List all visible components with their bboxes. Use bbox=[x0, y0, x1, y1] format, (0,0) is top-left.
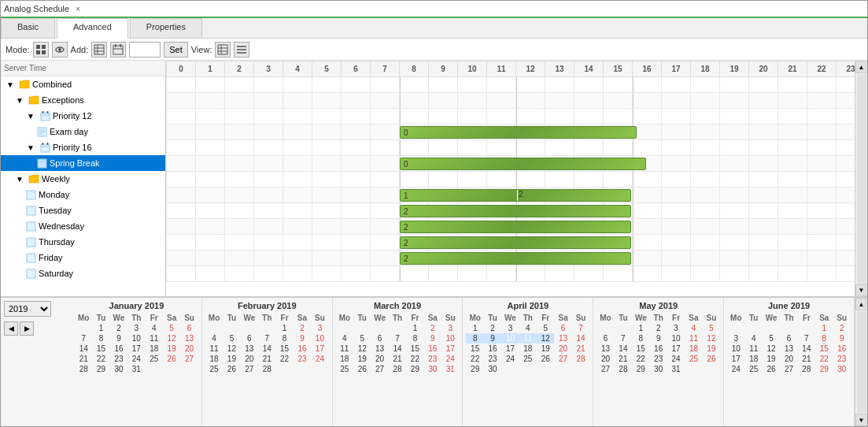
grid-cell-thursday-19[interactable] bbox=[720, 235, 749, 251]
grid-cell-priority12-15[interactable] bbox=[604, 109, 633, 124]
grid-cell-tuesday-8[interactable]: 2 bbox=[400, 203, 429, 219]
grid-cell-weekly-1[interactable] bbox=[196, 172, 225, 188]
grid-cell-saturday-0[interactable] bbox=[167, 266, 196, 282]
grid-cell-friday-6[interactable] bbox=[342, 251, 371, 266]
grid-cell-combined-16[interactable] bbox=[633, 77, 662, 93]
cal-day[interactable]: 17 bbox=[127, 343, 145, 354]
grid-cell-priority12-3[interactable] bbox=[254, 109, 283, 124]
add-calendar-icon[interactable] bbox=[110, 42, 126, 58]
grid-cell-wednesday-0[interactable] bbox=[167, 219, 196, 235]
grid-cell-springbreak-8[interactable]: 0 bbox=[400, 156, 429, 172]
grid-cell-examday-0[interactable] bbox=[167, 124, 196, 140]
cal-day[interactable]: 20 bbox=[371, 354, 388, 364]
prev-month-button[interactable]: ◀ bbox=[4, 321, 18, 336]
grid-cell-exceptions-7[interactable] bbox=[371, 93, 400, 109]
cal-day[interactable]: 12 bbox=[353, 343, 371, 354]
cal-day[interactable]: 14 bbox=[389, 343, 406, 354]
cal-day[interactable]: 27 bbox=[180, 354, 198, 364]
cal-day[interactable]: 29 bbox=[466, 364, 483, 374]
cal-day[interactable]: 28 bbox=[572, 354, 589, 364]
cal-day[interactable]: 19 bbox=[163, 343, 180, 354]
scroll-up-button[interactable]: ▲ bbox=[855, 61, 868, 73]
cal-day[interactable]: 20 bbox=[554, 343, 571, 354]
grid-cell-tuesday-2[interactable] bbox=[225, 203, 254, 219]
grid-cell-saturday-6[interactable] bbox=[342, 266, 371, 282]
grid-cell-weekly-9[interactable] bbox=[429, 172, 458, 188]
grid-cell-tuesday-20[interactable] bbox=[749, 203, 778, 219]
grid-cell-priority12-16[interactable] bbox=[633, 109, 662, 124]
cal-day[interactable]: 21 bbox=[798, 354, 815, 364]
cal-day[interactable]: 10 bbox=[441, 333, 459, 343]
grid-cell-combined-19[interactable] bbox=[720, 77, 749, 93]
cal-day[interactable]: 23 bbox=[424, 354, 441, 364]
cal-day[interactable]: 5 bbox=[353, 333, 371, 343]
cal-day[interactable]: 16 bbox=[649, 343, 667, 354]
cal-day[interactable]: 29 bbox=[92, 364, 109, 374]
grid-cell-exceptions-15[interactable] bbox=[604, 93, 633, 109]
mode-grid-icon[interactable] bbox=[33, 42, 49, 58]
cal-day[interactable]: 13 bbox=[597, 343, 614, 354]
grid-cell-weekly-22[interactable] bbox=[807, 172, 837, 188]
grid-cell-friday-1[interactable] bbox=[196, 251, 225, 266]
cal-day[interactable]: 10 bbox=[501, 333, 519, 343]
cal-day[interactable]: 14 bbox=[572, 333, 589, 343]
cal-day[interactable]: 15 bbox=[406, 343, 423, 354]
grid-cell-priority16-19[interactable] bbox=[720, 140, 749, 156]
grid-cell-priority16-8[interactable] bbox=[400, 140, 429, 156]
grid-cell-springbreak-0[interactable] bbox=[167, 156, 196, 172]
cal-day[interactable]: 18 bbox=[685, 343, 702, 354]
grid-cell-examday-17[interactable] bbox=[662, 124, 691, 140]
grid-cell-exceptions-4[interactable] bbox=[283, 93, 312, 109]
cal-day[interactable]: 25 bbox=[685, 354, 702, 364]
cal-day[interactable]: 14 bbox=[615, 343, 632, 354]
grid-cell-exceptions-2[interactable] bbox=[225, 93, 254, 109]
grid-cell-examday-4[interactable] bbox=[283, 124, 312, 140]
tree-item-wednesday[interactable]: Wednesday bbox=[1, 218, 165, 234]
grid-cell-exceptions-13[interactable] bbox=[545, 93, 574, 109]
grid-cell-friday-21[interactable] bbox=[778, 251, 807, 266]
grid-cell-saturday-20[interactable] bbox=[749, 266, 778, 282]
grid-cell-exceptions-1[interactable] bbox=[196, 93, 225, 109]
grid-cell-friday-5[interactable] bbox=[312, 251, 342, 266]
cal-day[interactable]: 27 bbox=[554, 354, 571, 364]
cal-day[interactable]: 15 bbox=[815, 343, 833, 354]
grid-cell-tuesday-0[interactable] bbox=[167, 203, 196, 219]
cal-day[interactable]: 10 bbox=[127, 333, 145, 343]
grid-cell-combined-21[interactable] bbox=[778, 77, 807, 93]
grid-cell-springbreak-2[interactable] bbox=[225, 156, 254, 172]
grid-cell-exceptions-5[interactable] bbox=[312, 93, 342, 109]
grid-cell-saturday-11[interactable] bbox=[487, 266, 516, 282]
grid-cell-saturday-7[interactable] bbox=[371, 266, 400, 282]
schedule-bar-wednesday[interactable]: 2 bbox=[400, 221, 631, 233]
tree-item-combined[interactable]: ▼ Combined bbox=[1, 76, 165, 92]
grid-cell-weekly-14[interactable] bbox=[574, 172, 604, 188]
grid-cell-tuesday-22[interactable] bbox=[807, 203, 837, 219]
grid-cell-saturday-22[interactable] bbox=[807, 266, 837, 282]
cal-day[interactable]: 18 bbox=[519, 343, 537, 354]
cal-day[interactable]: 29 bbox=[406, 364, 423, 374]
grid-cell-combined-22[interactable] bbox=[807, 77, 837, 93]
tab-basic[interactable]: Basic bbox=[1, 18, 55, 38]
cal-day[interactable]: 28 bbox=[389, 364, 406, 374]
grid-cell-saturday-3[interactable] bbox=[254, 266, 283, 282]
grid-cell-priority16-10[interactable] bbox=[458, 140, 487, 156]
cal-day[interactable]: 22 bbox=[92, 354, 109, 364]
cal-day[interactable]: 1 bbox=[275, 323, 293, 333]
cal-day[interactable]: 5 bbox=[223, 333, 240, 343]
grid-cell-priority12-17[interactable] bbox=[662, 109, 691, 124]
grid-cell-tuesday-17[interactable] bbox=[662, 203, 691, 219]
grid-cell-saturday-4[interactable] bbox=[283, 266, 312, 282]
grid-cell-exceptions-17[interactable] bbox=[662, 93, 691, 109]
cal-day[interactable]: 5 bbox=[537, 323, 554, 333]
grid-cell-saturday-14[interactable] bbox=[574, 266, 604, 282]
cal-day[interactable]: 3 bbox=[311, 323, 328, 333]
grid-cell-thursday-16[interactable] bbox=[633, 235, 662, 251]
grid-cell-friday-22[interactable] bbox=[807, 251, 837, 266]
cal-day[interactable]: 24 bbox=[667, 354, 685, 364]
cal-day[interactable]: 3 bbox=[667, 323, 685, 333]
schedule-bar-monday[interactable]: 12 bbox=[400, 189, 631, 202]
grid-cell-examday-19[interactable] bbox=[720, 124, 749, 140]
grid-cell-weekly-23[interactable] bbox=[837, 172, 855, 188]
grid-cell-combined-2[interactable] bbox=[225, 77, 254, 93]
cal-day[interactable]: 3 bbox=[727, 333, 744, 343]
